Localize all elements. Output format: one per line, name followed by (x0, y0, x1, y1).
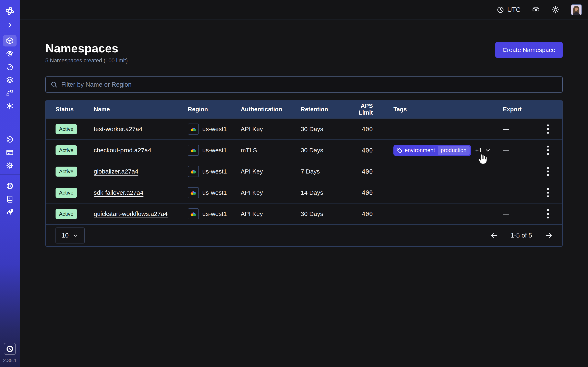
row-actions-menu-button[interactable] (542, 186, 554, 199)
gear-icon (6, 161, 14, 170)
namespace-link[interactable]: globalizer.a27a4 (94, 168, 138, 175)
export-cell: — (503, 210, 534, 217)
timezone-selector[interactable]: UTC (497, 6, 521, 14)
retention-cell: 30 Days (301, 210, 348, 217)
sidebar-item-integrations[interactable] (3, 100, 17, 112)
gcp-cloud-icon (188, 208, 199, 219)
status-badge: Active (56, 167, 77, 176)
status-badge: Active (56, 124, 77, 134)
region-cell: us-west1 (188, 166, 241, 177)
row-actions-menu-button[interactable] (542, 144, 554, 157)
auth-cell: mTLS (241, 147, 301, 154)
region-cell: us-west1 (188, 208, 241, 219)
region-label: us-west1 (202, 125, 227, 133)
prev-page-button[interactable] (490, 231, 498, 240)
sidebar-item-settings[interactable] (3, 160, 17, 171)
namespaces-table: Status Name Region Authentication Retent… (45, 100, 563, 247)
aps-limit-cell: 400 (348, 210, 373, 217)
sidebar-item-getting-started[interactable] (3, 206, 17, 218)
tag-icon (397, 147, 402, 153)
aps-limit-cell: 400 (348, 168, 373, 175)
credit-card-icon (6, 149, 14, 157)
workflow-branch-icon (6, 89, 14, 97)
tags-cell: environment production +1 (373, 145, 503, 156)
status-badge: Active (56, 188, 77, 198)
kebab-icon (544, 166, 553, 177)
sidebar-item-nexus[interactable] (3, 48, 17, 59)
row-actions-menu-button[interactable] (542, 165, 554, 178)
gcp-cloud-icon (188, 124, 199, 134)
pagination-range: 1-5 of 5 (511, 232, 532, 239)
sidebar-item-docs[interactable] (3, 193, 17, 205)
col-header-export: Export (503, 106, 534, 113)
sidebar-item-support[interactable] (3, 180, 17, 192)
status-badge: Active (56, 145, 77, 155)
layers-icon (6, 76, 14, 84)
export-cell: — (503, 189, 534, 196)
sidebar-item-namespaces[interactable] (3, 35, 17, 47)
concentric-rings-icon (6, 50, 14, 58)
export-cell: — (503, 147, 534, 154)
rocket-icon (6, 208, 14, 216)
sidebar-divider (0, 128, 20, 128)
theme-toggle-button[interactable] (551, 6, 560, 14)
pagination-bar: 10 1-5 of 5 (46, 224, 562, 246)
tag-more-count: +1 (475, 147, 482, 154)
table-row: Active sdk-failover.a27a4 us-west1 API K… (46, 182, 562, 203)
svg-text:$: $ (9, 347, 11, 351)
col-header-aps: APS Limit (348, 103, 373, 116)
app-version: 2.35.1 (3, 358, 17, 363)
region-label: us-west1 (202, 147, 227, 154)
gcp-cloud-icon (188, 145, 199, 156)
arrow-right-icon (545, 231, 553, 240)
namespace-link[interactable]: test-worker.a27a4 (94, 125, 142, 132)
retention-cell: 7 Days (301, 168, 348, 175)
page-size-select[interactable]: 10 (56, 227, 85, 243)
temporal-logo[interactable] (3, 5, 17, 17)
sidebar-item-schedules[interactable] (3, 61, 17, 73)
aps-limit-cell: 400 (348, 125, 373, 133)
col-header-retention: Retention (301, 106, 348, 113)
labs-toggle-button[interactable] (532, 6, 540, 14)
pricing-button[interactable]: $ (4, 343, 16, 355)
aps-limit-cell: 400 (348, 147, 373, 154)
col-header-region: Region (188, 106, 241, 113)
filter-input[interactable] (45, 76, 563, 92)
region-label: us-west1 (202, 189, 227, 196)
kebab-icon (544, 124, 553, 134)
next-page-button[interactable] (545, 231, 553, 240)
sidebar-item-billing[interactable] (3, 147, 17, 158)
sidebar-item-workflows[interactable] (3, 87, 17, 99)
row-actions-menu-button[interactable] (542, 123, 554, 136)
main-content: Namespaces 5 Namespaces created (100 lim… (20, 20, 588, 367)
dollar-seal-icon: $ (6, 345, 14, 353)
col-header-tags: Tags (373, 106, 503, 113)
timezone-label: UTC (507, 6, 521, 13)
namespace-link[interactable]: sdk-failover.a27a4 (94, 189, 144, 196)
tag-value: production (438, 146, 470, 155)
sidebar-item-deployments[interactable] (3, 74, 17, 86)
sidebar-item-usage[interactable] (3, 134, 17, 145)
tags-expand-chevron-icon[interactable] (485, 147, 491, 154)
namespace-link[interactable]: quickstart-workflows.a27a4 (94, 210, 168, 217)
row-actions-menu-button[interactable] (542, 207, 554, 220)
col-header-name: Name (94, 106, 188, 113)
create-namespace-button[interactable]: Create Namespace (495, 42, 563, 58)
table-row: Active globalizer.a27a4 us-west1 API Key… (46, 161, 562, 182)
topbar: UTC (20, 0, 588, 20)
retention-cell: 30 Days (301, 147, 348, 154)
tag-chip[interactable]: environment production (393, 145, 471, 156)
kebab-icon (544, 145, 553, 156)
user-avatar[interactable] (571, 4, 582, 15)
lifebuoy-icon (6, 182, 14, 190)
avatar-image (571, 5, 581, 15)
gauge-icon (6, 135, 14, 143)
region-cell: us-west1 (188, 124, 241, 134)
table-header-row: Status Name Region Authentication Retent… (46, 100, 562, 118)
namespace-link[interactable]: checkout-prod.a27a4 (94, 147, 151, 154)
sidebar-collapse-button[interactable] (3, 21, 17, 29)
page-title: Namespaces (45, 42, 128, 55)
export-cell: — (503, 125, 534, 133)
temporal-logo-icon (5, 7, 14, 16)
col-header-auth: Authentication (241, 106, 301, 113)
